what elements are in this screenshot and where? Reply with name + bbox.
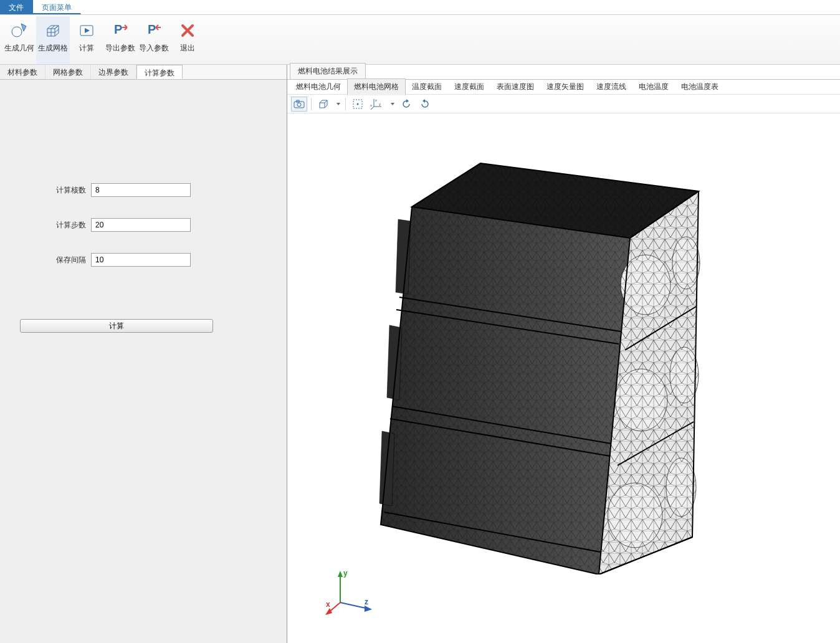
rotate-ccw-icon[interactable]: [398, 97, 414, 112]
svg-point-37: [608, 483, 662, 548]
menu-page-menu[interactable]: 页面菜单: [33, 0, 81, 14]
cores-input[interactable]: [91, 183, 191, 197]
menu-file[interactable]: 文件: [0, 0, 33, 14]
mesh-icon: [44, 19, 62, 42]
svg-marker-44: [365, 606, 372, 612]
svg-marker-18: [422, 99, 425, 103]
chevron-down-icon: [336, 103, 340, 105]
axes-orientation-icon[interactable]: zyx: [368, 97, 386, 112]
ribbon-exit-label: 退出: [180, 43, 195, 54]
ribbon-compute-label: 计算: [79, 43, 94, 54]
subtab-velocity-vector[interactable]: 速度矢量图: [540, 79, 590, 95]
svg-point-33: [615, 369, 667, 431]
ribbon-export-params-label: 导出参数: [105, 43, 135, 54]
svg-text:P: P: [148, 22, 156, 36]
svg-marker-25: [379, 431, 394, 506]
cores-label: 计算核数: [47, 185, 91, 196]
ribbon-generate-mesh[interactable]: 生成网格: [36, 16, 70, 64]
subtab-mesh[interactable]: 燃料电池网格: [347, 79, 406, 95]
svg-text:z: z: [375, 98, 377, 102]
tab-compute-params[interactable]: 计算参数: [136, 65, 183, 79]
steps-label: 计算步数: [47, 220, 91, 231]
ribbon-exit[interactable]: 退出: [171, 16, 204, 64]
ribbon-import-params-label: 导入参数: [139, 43, 169, 54]
left-tabstrip: 材料参数 网格参数 边界参数 计算参数: [0, 65, 287, 80]
zoom-extents-icon[interactable]: [350, 97, 366, 112]
compute-params-form: 计算核数 计算步数 保存间隔 计算: [0, 80, 287, 643]
left-panel: 材料参数 网格参数 边界参数 计算参数 计算核数 计算步数 保存间隔: [0, 65, 287, 643]
svg-point-39: [666, 458, 696, 517]
cube-view-icon[interactable]: [315, 97, 332, 112]
ribbon-generate-geometry[interactable]: 生成几何: [2, 16, 36, 64]
svg-text:x: x: [370, 103, 372, 107]
subtab-geometry[interactable]: 燃料电池几何: [290, 79, 347, 95]
tab-boundary-params[interactable]: 边界参数: [91, 65, 136, 79]
ribbon-export-params[interactable]: P 导出参数: [103, 16, 137, 64]
camera-icon[interactable]: [291, 97, 307, 112]
compute-icon: [77, 19, 96, 42]
cube-view-dropdown[interactable]: [334, 97, 341, 112]
steps-input[interactable]: [91, 218, 191, 232]
svg-marker-42: [338, 571, 343, 577]
ribbon-generate-geometry-label: 生成几何: [4, 43, 34, 54]
3d-viewer[interactable]: y z x: [287, 113, 840, 643]
svg-marker-46: [325, 608, 332, 615]
menu-bar: 文件 页面菜单: [0, 0, 840, 15]
toolbar-separator: [311, 98, 312, 110]
import-icon: P: [145, 19, 163, 42]
compute-button[interactable]: 计算: [20, 319, 213, 333]
subtab-velocity-section[interactable]: 速度截面: [448, 79, 490, 95]
tab-material-params[interactable]: 材料参数: [0, 65, 45, 79]
subtab-battery-temp[interactable]: 电池温度: [632, 79, 675, 95]
svg-text:y: y: [379, 102, 381, 106]
right-panel: 燃料电池结果展示 燃料电池几何 燃料电池网格 温度截面 速度截面 表面速度图 速…: [287, 65, 840, 643]
svg-point-10: [357, 103, 359, 105]
ribbon-generate-mesh-label: 生成网格: [38, 43, 68, 54]
ribbon-import-params[interactable]: P 导入参数: [137, 16, 171, 64]
results-tabstrip: 燃料电池结果展示: [287, 65, 840, 80]
geometry-icon: [10, 19, 29, 42]
axes-dropdown[interactable]: [388, 97, 396, 112]
svg-marker-3: [85, 28, 90, 33]
results-sub-tabs: 燃料电池几何 燃料电池网格 温度截面 速度截面 表面速度图 速度矢量图 速度流线…: [287, 80, 840, 95]
viewer-toolbar: zyx: [287, 95, 840, 113]
subtab-temp-section[interactable]: 温度截面: [406, 79, 448, 95]
subtab-velocity-streamline[interactable]: 速度流线: [590, 79, 632, 95]
tab-results-display[interactable]: 燃料电池结果展示: [290, 63, 366, 79]
svg-text:P: P: [114, 22, 122, 36]
svg-point-0: [12, 27, 22, 37]
rotate-cw-icon[interactable]: [417, 97, 433, 112]
save-interval-input[interactable]: [91, 253, 191, 267]
svg-point-31: [672, 237, 700, 289]
main-area: 材料参数 网格参数 边界参数 计算参数 计算核数 计算步数 保存间隔: [0, 65, 840, 643]
svg-marker-17: [406, 99, 409, 103]
subtab-surface-velocity[interactable]: 表面速度图: [490, 79, 540, 95]
svg-point-7: [297, 103, 301, 107]
svg-marker-23: [396, 219, 411, 294]
export-icon: P: [111, 19, 130, 42]
svg-point-35: [670, 347, 699, 403]
tab-mesh-params[interactable]: 网格参数: [45, 65, 91, 79]
axis-z-label: z: [365, 598, 368, 606]
toolbar-separator: [345, 98, 346, 110]
ribbon-compute[interactable]: 计算: [70, 16, 103, 64]
mesh-render-placeholder: [362, 138, 711, 574]
svg-marker-1: [21, 24, 26, 31]
chevron-down-icon: [391, 103, 394, 105]
save-interval-label: 保存间隔: [47, 255, 91, 265]
svg-marker-22: [381, 207, 630, 574]
axis-y-label: y: [343, 569, 348, 578]
ribbon-toolbar: 生成几何 生成网格 计算 P 导出参数 P 导入参数: [0, 15, 840, 65]
exit-icon: [178, 19, 197, 42]
axis-x-label: x: [326, 600, 330, 609]
subtab-battery-temp-table[interactable]: 电池温度表: [675, 79, 725, 95]
axes-triad: y z x: [325, 568, 375, 618]
